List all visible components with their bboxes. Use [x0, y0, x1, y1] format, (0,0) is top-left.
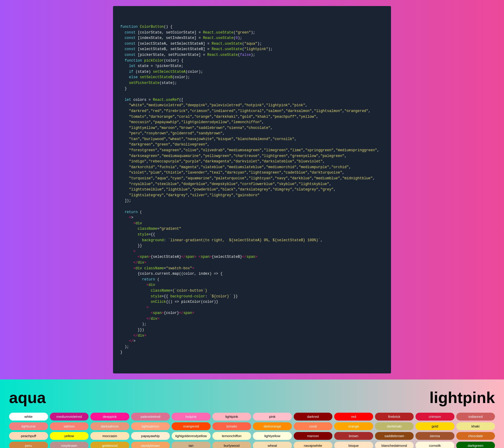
code-panel: function ColorButton() { const [colorSta…: [113, 6, 391, 373]
color-button-lemonchiffon[interactable]: lemonchiffon: [212, 432, 251, 440]
color-button-moccasin[interactable]: moccasin: [90, 432, 129, 440]
top-section: function ColorButton() { const [colorSta…: [0, 0, 504, 379]
color-button-blanchedalmond[interactable]: blanchedalmond: [375, 442, 414, 448]
code-content: function ColorButton() { const [colorSta…: [120, 24, 384, 355]
color-button-peru[interactable]: peru: [9, 442, 48, 448]
color-button-goldenrod[interactable]: goldenrod: [90, 442, 129, 448]
color-button-firebrick[interactable]: firebrick: [375, 413, 414, 421]
color-button-coral[interactable]: coral: [294, 422, 333, 430]
color-button-cornsilk[interactable]: cornsilk: [415, 442, 454, 448]
color-button-peachpuff[interactable]: peachpuff: [9, 432, 48, 440]
color-button-darkgreen[interactable]: darkgreen: [456, 442, 495, 448]
color-button-navajowhite[interactable]: navajowhite: [294, 442, 333, 448]
color-button-bisque[interactable]: bisque: [334, 442, 373, 448]
color-button-darkorange[interactable]: darkorange: [253, 422, 292, 430]
color-button-lightpink[interactable]: lightpink: [212, 413, 251, 421]
color-button-orangered[interactable]: orangered: [172, 422, 211, 430]
color-button-lightsalmon[interactable]: lightsalmon: [131, 422, 170, 430]
color-button-khaki[interactable]: khaki: [456, 422, 495, 430]
color-button-brown[interactable]: brown: [334, 432, 373, 440]
color-button-darksalmon[interactable]: darksalmon: [90, 422, 129, 430]
gradient-labels: aqua lightpink: [9, 389, 495, 407]
color-button-indianred[interactable]: indianred: [456, 413, 495, 421]
color-button-sandybrown[interactable]: sandybrown: [131, 442, 170, 448]
swatch-box: whitemediumvioletreddeeppinkpalevioletre…: [9, 413, 495, 448]
color-button-white[interactable]: white: [9, 413, 48, 421]
color-button-saddlebrown[interactable]: saddlebrown: [375, 432, 414, 440]
color-button-lightgoldenrodyellow[interactable]: lightgoldenrodyellow: [172, 432, 211, 440]
color-button-darkkhaki[interactable]: darkkhaki: [375, 422, 414, 430]
label-left: aqua: [9, 389, 46, 407]
color-button-tomato[interactable]: tomato: [212, 422, 251, 430]
color-button-salmon[interactable]: salmon: [50, 422, 89, 430]
color-button-burlywood[interactable]: burlywood: [212, 442, 251, 448]
color-button-tan[interactable]: tan: [172, 442, 211, 448]
color-button-gold[interactable]: gold: [415, 422, 454, 430]
color-button-palevioletred[interactable]: palevioletred: [131, 413, 170, 421]
color-button-deeppink[interactable]: deeppink: [90, 413, 129, 421]
color-button-darkred[interactable]: darkred: [294, 413, 333, 421]
color-button-rosybrown[interactable]: rosybrown: [50, 442, 89, 448]
color-button-hotpink[interactable]: hotpink: [172, 413, 211, 421]
color-button-yellow[interactable]: yellow: [50, 432, 89, 440]
bottom-section: aqua lightpink whitemediumvioletreddeepp…: [0, 379, 504, 448]
color-button-maroon[interactable]: maroon: [294, 432, 333, 440]
color-button-mediumvioletred[interactable]: mediumvioletred: [50, 413, 89, 421]
label-right: lightpink: [429, 389, 495, 407]
color-button-papayawhip[interactable]: papayawhip: [131, 432, 170, 440]
color-button-chocolate[interactable]: chocolate: [456, 432, 495, 440]
color-button-pink[interactable]: pink: [253, 413, 292, 421]
color-button-crimson[interactable]: crimson: [415, 413, 454, 421]
color-button-red[interactable]: red: [334, 413, 373, 421]
color-button-lightcoral[interactable]: lightcoral: [9, 422, 48, 430]
color-button-lightyellow[interactable]: lightyellow: [253, 432, 292, 440]
color-button-sienna[interactable]: sienna: [415, 432, 454, 440]
color-button-wheat[interactable]: wheat: [253, 442, 292, 448]
color-button-orange[interactable]: orange: [334, 422, 373, 430]
